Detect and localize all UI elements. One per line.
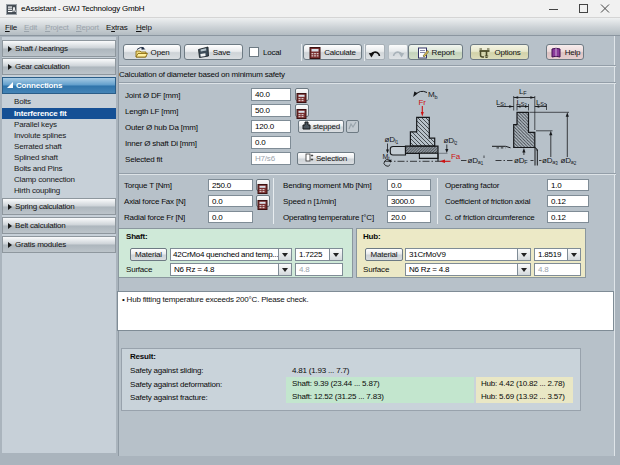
svg-text:øDi1: øDi1 — [385, 135, 399, 146]
svg-text:øDa3: øDa3 — [542, 156, 558, 167]
svg-text:LS3: LS3 — [536, 98, 547, 109]
svg-text:øDi2: øDi2 — [444, 136, 458, 147]
svg-text:LF: LF — [519, 87, 527, 97]
svg-text:LS2: LS2 — [517, 98, 528, 109]
svg-text:øDF: øDF — [514, 156, 528, 166]
svg-text:Fr: Fr — [419, 98, 427, 107]
svg-text:LS1: LS1 — [496, 98, 507, 109]
svg-text:øDa2: øDa2 — [561, 156, 577, 167]
svg-text:Mb: Mb — [428, 90, 437, 100]
svg-text:Fa: Fa — [451, 152, 461, 161]
svg-text:øDa1: øDa1 — [468, 156, 484, 167]
